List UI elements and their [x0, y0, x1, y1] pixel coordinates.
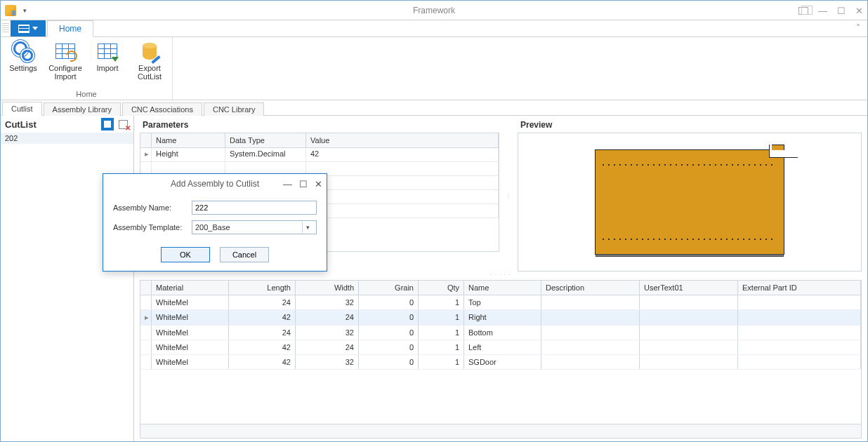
import-button[interactable]: Import [89, 40, 126, 89]
add-cutlist-icon[interactable] [101, 118, 114, 130]
ribbon-group-home: Settings Configure Import Import Export … [1, 37, 173, 100]
configure-import-label: Configure Import [48, 64, 82, 81]
col-width[interactable]: Width [296, 281, 359, 295]
col-qty[interactable]: Qty [419, 281, 464, 295]
cutlist-sidebar: CutList 202 [1, 116, 134, 441]
grid-arrow-icon [98, 43, 117, 59]
col-grain[interactable]: Grain [359, 281, 419, 295]
dialog-close-icon[interactable]: ✕ [315, 179, 322, 189]
parts-row[interactable]: WhiteMel243201Bottom [140, 326, 861, 340]
splitter-vertical-icon[interactable]: ∙∙∙ [506, 193, 511, 199]
chevron-down-icon: ▾ [302, 222, 313, 233]
workspace-tabs: Cutlist Assembly Library CNC Association… [1, 100, 867, 116]
import-label: Import [96, 64, 118, 72]
col-length[interactable]: Length [229, 281, 296, 295]
parts-grid[interactable]: Material Length Width Grain Qty Name Des… [140, 280, 862, 438]
assembly-template-select[interactable]: 200_Base ▾ [192, 220, 317, 234]
parameters-title: Parameters [140, 120, 499, 130]
database-export-icon [143, 43, 157, 60]
parts-row[interactable]: WhiteMel423201SGDoor [140, 355, 861, 370]
ok-button[interactable]: OK [161, 247, 210, 262]
dialog-maximize-icon[interactable]: ☐ [299, 179, 308, 189]
preview-title: Preview [518, 120, 862, 130]
col-material[interactable]: Material [152, 281, 229, 295]
col-description[interactable]: Description [541, 281, 640, 295]
grid-wrench-icon [55, 43, 75, 59]
splitter-horizontal-icon[interactable]: ∙ ∙ ∙ ∙ ∙ [140, 272, 862, 277]
delete-cutlist-icon[interactable] [117, 118, 129, 130]
cutlist-item[interactable]: 202 [1, 133, 133, 144]
col-usertext01[interactable]: UserText01 [640, 281, 738, 295]
dialog-title: Add Assembly to Cutlist [171, 179, 259, 189]
dialog-minimize-icon[interactable]: — [283, 179, 292, 189]
param-row[interactable]: ▸HeightSystem.Decimal42 [140, 148, 499, 162]
view-menu-button[interactable] [11, 20, 46, 36]
tab-cnc-library[interactable]: CNC Library [204, 102, 265, 116]
assembly-name-label: Assembly Name: [113, 203, 192, 212]
title-bar: ▾ Framework — ☐ ✕ [1, 1, 867, 20]
col-external-part-id[interactable]: External Part ID [738, 281, 861, 295]
parts-row[interactable]: WhiteMel243201Top [140, 295, 861, 310]
export-cutlist-button[interactable]: Export CutList [131, 40, 168, 89]
ribbon-group-label: Home [5, 89, 168, 98]
col-name[interactable]: Name [464, 281, 541, 295]
tab-cnc-associations[interactable]: CNC Associations [122, 102, 202, 116]
window-title: Framework [413, 6, 455, 15]
tab-cutlist[interactable]: Cutlist [2, 102, 42, 116]
preview-viewport[interactable] [518, 133, 862, 272]
assembly-template-value: 200_Base [195, 223, 230, 232]
chevron-down-icon [32, 27, 38, 30]
col-name[interactable]: Name [152, 133, 225, 147]
col-datatype[interactable]: Data Type [225, 133, 306, 147]
add-assembly-dialog: Add Assembly to Cutlist — ☐ ✕ Assembly N… [103, 173, 327, 272]
assembly-template-label: Assembly Template: [113, 223, 192, 232]
sidebar-title: CutList [5, 119, 37, 130]
settings-button[interactable]: Settings [5, 40, 41, 89]
settings-label: Settings [9, 64, 37, 72]
parts-row[interactable]: WhiteMel422401Left [140, 340, 861, 355]
list-icon [18, 25, 29, 33]
main-area: ∙∙∙ Parameters Name Data Type Value ▸Hei… [134, 116, 867, 441]
minimize-icon[interactable]: — [818, 6, 827, 16]
app-icon [5, 5, 16, 16]
parts-row[interactable]: ▸WhiteMel422401Right [140, 310, 861, 326]
preview-cabinet [595, 149, 784, 255]
configure-import-button[interactable]: Configure Import [47, 40, 84, 89]
tab-assembly-library[interactable]: Assembly Library [44, 102, 121, 116]
collapse-ribbon-icon[interactable]: ˄ [856, 23, 860, 33]
export-cutlist-label: Export CutList [138, 64, 162, 81]
ribbon-tab-strip: Home ˄ [1, 20, 867, 37]
grip-icon [2, 23, 9, 34]
assembly-name-input[interactable] [192, 201, 317, 215]
grid-footer [140, 424, 861, 438]
ribbon: Settings Configure Import Import Export … [1, 37, 867, 100]
cancel-button[interactable]: Cancel [220, 247, 269, 262]
close-icon[interactable]: ✕ [855, 6, 863, 16]
gear-icon [13, 41, 33, 61]
col-value[interactable]: Value [306, 133, 499, 147]
restore-layered-icon[interactable] [798, 7, 808, 15]
tab-home[interactable]: Home [47, 20, 93, 37]
qat-dropdown-icon[interactable]: ▾ [23, 7, 27, 14]
maximize-icon[interactable]: ☐ [837, 6, 846, 16]
